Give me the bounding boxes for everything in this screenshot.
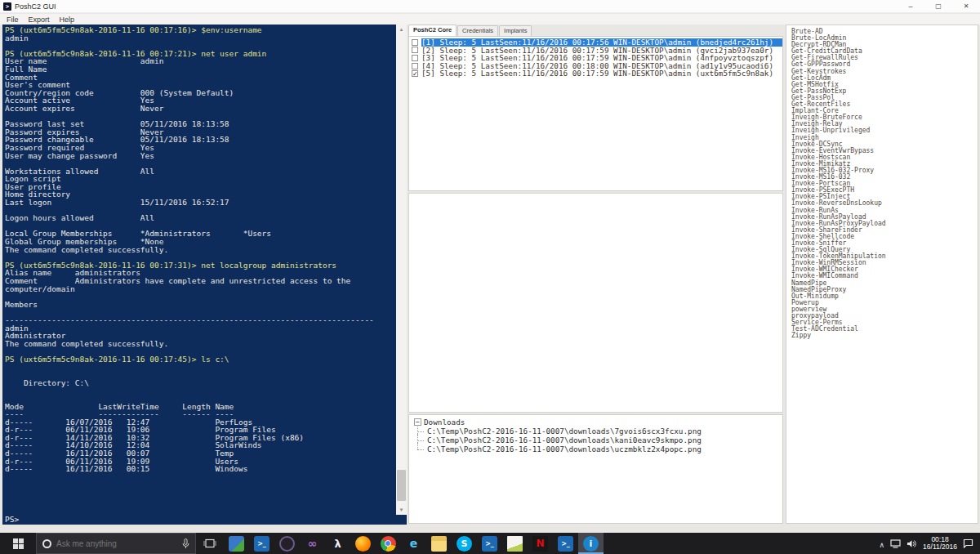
console-line: Last logon 15/11/2016 16:52:17 [5,199,395,207]
tree-branch-icon [417,445,427,453]
minimize-button[interactable] [897,0,924,12]
implant-row[interactable]: [5] Sleep: 5 LastSeen:11/16/2016 00:17:5… [412,69,782,78]
visual-studio-icon-glyph: ∞ [305,536,320,552]
console-line: PS (uxt6m5fm5c9n8ak-2016-11-16 00:17:16)… [5,26,395,34]
firefox-icon[interactable] [350,533,376,554]
console-line: Account expires Never [5,105,395,113]
tray-chevron-icon[interactable] [879,536,884,551]
app-icon: > [3,2,11,11]
powershell-icon-3[interactable]: >_ [553,533,578,554]
implant-checkbox[interactable] [412,70,418,77]
tab-strip: PoshC2 CoreCredentialsImplants [408,25,532,36]
module-item[interactable]: Inveigh-Unprivileged [791,127,978,134]
powershell-icon-2-glyph: >_ [482,536,497,552]
netflix-icon[interactable]: N [528,533,553,554]
window-title: PoshC2 GUI [15,2,56,11]
maximize-button[interactable] [924,0,952,12]
console-line: Full Name [5,65,395,74]
internet-explorer-icon[interactable]: e [401,533,426,554]
console-output: PS (uxt6m5fm5c9n8ak-2016-11-16 00:17:16)… [5,26,395,473]
chrome-icon[interactable] [376,533,401,554]
implant-checkbox[interactable] [412,47,418,53]
dark-circle-app-icon[interactable] [274,533,300,554]
menu-export[interactable]: Export [29,16,50,24]
downloads-root-label: Downloads [424,418,465,427]
lambda-icon[interactable]: λ [325,533,350,554]
console-line: The command completed successfully. [5,246,395,254]
notes-page-icon[interactable] [502,533,528,554]
volume-icon[interactable] [906,539,917,548]
taskbar-apps: >_∞λeS>_N>_i [224,533,604,554]
downloads-list: C:\Temp\PoshC2-2016-16-11-0007\downloads… [414,427,782,453]
module-item[interactable]: Test-ADCredential [791,326,978,333]
console-line: PS (uxt6m5fm5c9n8ak-2016-11-16 00:17:45)… [5,355,395,364]
scroll-down-icon[interactable] [396,505,407,515]
powershell-icon-2[interactable]: >_ [477,533,502,554]
microphone-icon[interactable] [182,538,189,549]
implant-label: [5] Sleep: 5 LastSeen:11/16/2016 00:17:5… [421,69,782,78]
console-input-row[interactable]: PS> [5,516,395,524]
download-path: C:\Temp\PoshC2-2016-16-11-0007\downloads… [427,436,702,445]
module-item[interactable]: Out-Minidump [791,293,978,300]
search-input[interactable] [56,539,177,548]
console-line: User may change password Yes [5,152,395,160]
detail-panel-empty [408,193,783,413]
chrome-center-dot [385,540,391,547]
powershell-icon[interactable]: >_ [249,533,274,554]
tab-implants[interactable]: Implants [499,25,532,36]
scrollbar-thumb[interactable] [397,470,406,501]
implant-checkbox[interactable] [412,63,418,69]
poshc2-window: > PoshC2 GUI FileExportHelp PS (uxt6m5fm… [0,0,980,554]
network-icon[interactable] [890,539,901,548]
console-line: The command completed successfully. [5,340,395,348]
menu-bar: FileExportHelp [0,14,980,25]
console-line: Workstations allowed All [5,168,395,176]
download-item[interactable]: C:\Temp\PoshC2-2016-16-11-0007\downloads… [417,436,782,445]
download-item[interactable]: C:\Temp\PoshC2-2016-16-11-0007\downloads… [417,445,782,453]
netflix-icon-glyph: N [532,536,548,552]
menu-help[interactable]: Help [60,16,75,24]
module-list: Brute-ADBrute-LocAdminDecrypt-RDCManGet-… [786,25,978,524]
downloads-root[interactable]: Downloads [414,418,782,427]
dark-circle-app-icon-glyph [279,536,295,552]
poshc2-info-icon-glyph: i [583,536,599,552]
console-scrollbar[interactable] [396,25,407,515]
scroll-up-icon[interactable] [396,25,407,34]
file-explorer-icon[interactable] [426,533,452,554]
implant-list: [1] Sleep: 5 LastSeen:11/16/2016 00:17:5… [408,36,783,191]
chrome-icon-glyph [381,536,396,552]
implant-checkbox[interactable] [412,39,418,46]
tab-poshc2-core[interactable]: PoshC2 Core [408,25,457,36]
implant-checkbox[interactable] [412,55,418,61]
download-item[interactable]: C:\Temp\PoshC2-2016-16-11-0007\downloads… [417,427,782,436]
cortana-search[interactable] [36,533,196,554]
window-controls [897,0,980,12]
skype-icon[interactable]: S [452,533,477,554]
title-bar: > PoshC2 GUI [0,0,980,13]
tree-branch-icon [417,436,427,445]
action-center-icon[interactable] [963,538,973,548]
taskbar: >_∞λeS>_N>_i 00:18 16/11/2016 [0,533,980,554]
visual-studio-icon[interactable]: ∞ [300,533,325,554]
tree-branch-icon [417,427,427,436]
downloads-panel: Downloads C:\Temp\PoshC2-2016-16-11-0007… [408,414,783,524]
firefox-icon-glyph [355,536,371,552]
poshc2-info-icon[interactable]: i [578,533,604,554]
taskbar-clock[interactable]: 00:18 16/11/2016 [923,536,957,551]
console-line: admin [5,34,395,42]
module-item[interactable]: Zippy [791,333,978,339]
skype-icon-glyph: S [457,536,472,552]
menu-file[interactable]: File [7,16,19,24]
console-line: d----- 16/11/2016 00:15 Windows [5,465,395,473]
tab-credentials[interactable]: Credentials [457,25,498,36]
download-path: C:\Temp\PoshC2-2016-16-11-0007\downloads… [427,427,702,436]
close-button[interactable] [952,0,980,12]
start-button[interactable] [0,533,36,554]
console-line: User name admin [5,57,395,65]
task-view-button[interactable] [196,533,224,554]
download-path: C:\Temp\PoshC2-2016-16-11-0007\downloads… [427,445,702,453]
implant-console: PS (uxt6m5fm5c9n8ak-2016-11-16 00:17:16)… [2,25,407,525]
lock-app-icon[interactable] [224,533,249,554]
center-panel: PoshC2 CoreCredentialsImplants [1] Sleep… [408,25,784,525]
console-line: Logon script [5,175,395,183]
